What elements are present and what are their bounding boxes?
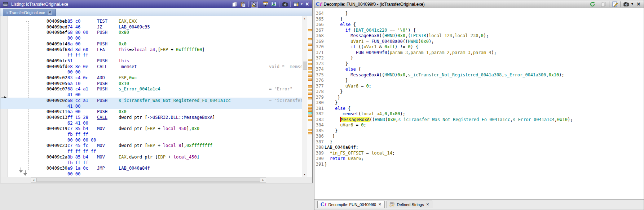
tab-close-icon[interactable]: ✕: [48, 10, 52, 15]
analysis-marker[interactable]: [308, 107, 312, 109]
tab-ictransferoriginal[interactable]: icTransferOriginal.exe ✕: [3, 9, 56, 16]
analysis-marker[interactable]: [308, 79, 312, 81]
scroll-down-icon[interactable]: ▾: [302, 173, 307, 176]
decompile-line[interactable]: 365 }: [314, 16, 343, 22]
analysis-marker[interactable]: [308, 129, 312, 131]
tab-close-icon[interactable]: ✕: [426, 202, 429, 206]
listing-row[interactable]: 62 41 00: [0, 120, 302, 126]
paste-icon[interactable]: [239, 1, 247, 8]
decompile-line[interactable]: 376 }: [314, 77, 348, 83]
listing-row[interactable]: 00409c2a8b 85 b4MOVEAX,dword ptr [EBP + …: [0, 154, 302, 160]
decompile-line[interactable]: 391}: [314, 161, 327, 167]
analysis-marker[interactable]: [308, 85, 312, 88]
analysis-marker[interactable]: [308, 63, 312, 65]
listing-row[interactable]: 00409bed74 46JZLAB_00409c35: [0, 24, 302, 30]
copy-icon[interactable]: [231, 1, 238, 8]
analysis-marker[interactable]: [308, 132, 312, 134]
decompile-line[interactable]: 379 }: [314, 94, 340, 100]
listing-row[interactable]: 00409bef68 80 00PUSH0x80: [0, 30, 302, 35]
decompile-line[interactable]: 373 }: [314, 61, 348, 67]
listing-row[interactable]: 00409beb85 c0TESTEAX,EAX: [0, 18, 302, 24]
listing-row[interactable]: 00409c0c68 cc a1PUSHs_icTransfer_Was_Not…: [0, 98, 302, 103]
listing-row[interactable]: 00 00 00 00: [0, 137, 302, 143]
listing-row[interactable]: ff ff ff: [0, 52, 302, 58]
analysis-marker[interactable]: [308, 29, 312, 31]
analysis-marker[interactable]: [308, 67, 312, 70]
camera-icon[interactable]: [281, 1, 288, 8]
analysis-marker[interactable]: [308, 97, 312, 99]
decompile-line[interactable]: 386 }: [314, 133, 335, 139]
analysis-marker[interactable]: [308, 119, 312, 121]
decompile-line[interactable]: 388LAB_0040a84f:: [314, 144, 358, 150]
analysis-marker[interactable]: [308, 71, 312, 73]
listing-row[interactable]: 41 00: [0, 103, 302, 109]
listing-row[interactable]: 00409c19c7 85 b4MOVdword ptr [EBP + loca…: [0, 126, 302, 131]
decompile-line[interactable]: 367 if (DAT_0041c220 == '\0') {: [314, 27, 416, 33]
decompile-line[interactable]: 378 }: [314, 89, 343, 94]
listing-view[interactable]: 00409beb85 c0TESTEAX,EAX00409bed74 46JZL…: [0, 16, 312, 177]
listing-row[interactable]: 00 00: [0, 171, 302, 177]
analysis-marker[interactable]: [308, 93, 312, 95]
decompile-line[interactable]: 383 MessageBoxA((HWND)0x0,s_icTransfer_W…: [314, 117, 573, 122]
dropdown-caret-icon[interactable]: ▾: [301, 3, 303, 6]
analysis-marker[interactable]: [308, 59, 312, 61]
decompile-line[interactable]: 371 FUN_004099f0(param_3,param_1,param_2…: [314, 50, 497, 55]
listing-row[interactable]: 00409bf46a 00PUSH0x0: [0, 41, 302, 47]
dropdown-caret-icon[interactable]: ▼: [631, 3, 634, 6]
listing-row[interactable]: 41 00: [0, 92, 302, 98]
close-icon[interactable]: ✕: [635, 1, 642, 8]
listing-row[interactable]: 00409c23c7 45 fcMOVdword ptr [EBP + loca…: [0, 143, 302, 148]
edit-icon[interactable]: [611, 1, 618, 8]
listing-row[interactable]: 00409c30e9 1a 0cJMPLAB_0040a84f: [0, 165, 302, 171]
listing-row[interactable]: 00409c116a 00PUSH0x0: [0, 109, 302, 115]
analysis-marker[interactable]: [308, 89, 312, 91]
listing-row[interactable]: 00409bfde8 8e 0eCALL_memsetvoid * _memse: [0, 64, 302, 70]
cursor-location-icon[interactable]: [251, 1, 258, 8]
listing-row[interactable]: 00 00: [0, 69, 302, 75]
analysis-marker[interactable]: [308, 75, 312, 77]
listing-row[interactable]: 00409c0768 c4 a1PUSHs_Error_0041a1c4= "E…: [0, 86, 302, 92]
listing-vertical-scrollbar[interactable]: ▴ ▾: [302, 16, 307, 177]
decompile-line[interactable]: 369 uVar1 = FUN_00408a00((HWND)0x0);: [314, 39, 434, 44]
decompile-line[interactable]: 375 MessageBoxA((HWND)0x0,s_icTransfer_N…: [314, 72, 564, 78]
listing-row[interactable]: fb ff ff: [0, 131, 302, 137]
decompile-view[interactable]: 364 }365 }366 else {367 if (DAT_0041c220…: [314, 8, 644, 199]
scroll-up-icon[interactable]: ▴: [302, 17, 307, 20]
decompile-line[interactable]: 381 else {: [314, 106, 350, 111]
analysis-marker[interactable]: [308, 110, 312, 112]
decompile-line[interactable]: 377 uVar6 = 0;: [314, 83, 371, 89]
decompile-line[interactable]: 380 }: [314, 100, 338, 106]
decompile-line[interactable]: 389 *in_FS_OFFSET = local_14;: [314, 150, 395, 156]
close-icon[interactable]: ✕: [304, 1, 311, 8]
copy-icon[interactable]: [600, 1, 607, 8]
decompile-line[interactable]: 387 }: [314, 139, 332, 145]
cursor-marker[interactable]: [308, 112, 312, 114]
decompile-line[interactable]: 384 uVar6 = 0;: [314, 122, 366, 128]
analysis-marker[interactable]: [308, 49, 312, 51]
decompile-line[interactable]: 366 else {: [314, 22, 356, 27]
listing-row[interactable]: ff ff ff ff: [0, 148, 302, 154]
listing-row[interactable]: 00409c056a 10PUSH0x10: [0, 81, 302, 86]
listing-row[interactable]: fb ff ff: [0, 160, 302, 166]
snapshot-table-icon[interactable]: [262, 1, 269, 8]
analysis-marker-strip[interactable]: [307, 16, 312, 177]
scroll-right-icon[interactable]: ▸: [261, 178, 266, 182]
tab-close-icon[interactable]: ✕: [378, 202, 381, 206]
analysis-marker[interactable]: [308, 38, 312, 40]
listing-row[interactable]: 00 00: [0, 35, 302, 41]
decompile-line[interactable]: 370 if ((uVar1 & 0xff) != 0) {: [314, 44, 418, 50]
scrollbar-thumb[interactable]: [36, 178, 260, 182]
listing-row[interactable]: 00409bf68d 8d 60LEAthis=>local_a4,[EBP +…: [0, 47, 302, 53]
decompile-line[interactable]: 385 }: [314, 128, 338, 134]
camera-icon[interactable]: [622, 1, 630, 8]
scroll-left-icon[interactable]: ◂: [31, 178, 36, 182]
scrollbar-thumb[interactable]: [303, 62, 307, 70]
refresh-icon[interactable]: [589, 1, 596, 8]
decompile-line[interactable]: 372 }: [314, 55, 353, 61]
listing-horizontal-scrollbar[interactable]: ◂ ▸: [31, 177, 266, 183]
decompile-line[interactable]: 390 return uVar6;: [314, 156, 363, 161]
listing-row[interactable]: 00409bfc51PUSHthis: [0, 58, 302, 64]
analysis-marker[interactable]: [308, 44, 312, 46]
analysis-marker[interactable]: [308, 104, 312, 106]
tab-defined-strings[interactable]: 0101DAT Defined Strings ✕: [387, 201, 432, 208]
